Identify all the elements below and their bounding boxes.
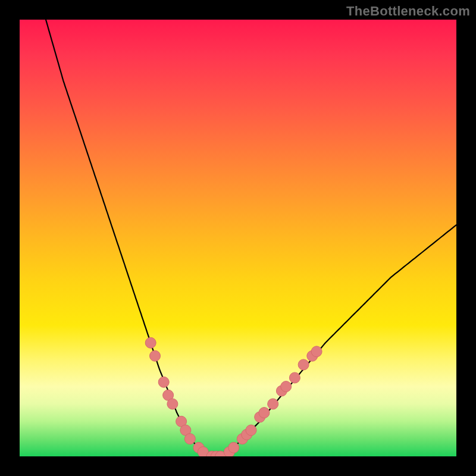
marker-point — [268, 399, 278, 409]
marker-point — [150, 350, 161, 361]
marker-point — [311, 346, 322, 357]
marker-point — [289, 372, 300, 383]
plot-area — [20, 20, 456, 456]
marker-point — [167, 399, 178, 409]
marker-point — [158, 377, 169, 387]
bottleneck-curve — [46, 20, 456, 456]
marker-point — [298, 359, 309, 370]
watermark-text: TheBottleneck.com — [346, 4, 470, 19]
marker-point — [281, 381, 292, 392]
marker-point — [246, 425, 256, 436]
marker-point — [259, 408, 270, 418]
marker-point — [184, 434, 195, 444]
chart-svg — [20, 20, 456, 456]
highlight-markers — [145, 337, 322, 456]
marker-point — [145, 337, 156, 348]
marker-point — [228, 442, 239, 453]
chart-frame: TheBottleneck.com — [0, 0, 476, 476]
